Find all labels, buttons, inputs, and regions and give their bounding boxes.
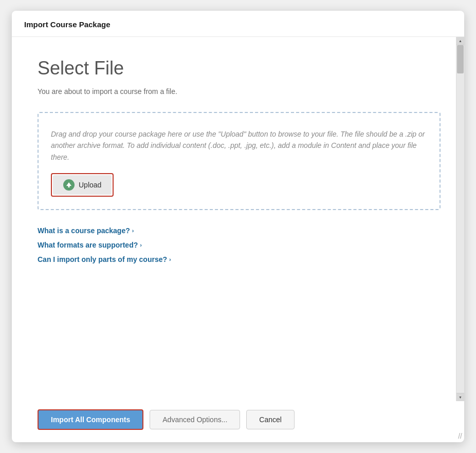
drop-zone-text: Drag and drop your course package here o… [51,128,427,163]
faq-label-1: What is a course package? [38,226,130,235]
scrollbar[interactable]: ▲ ▼ [456,37,464,401]
dialog-footer: Import All Components Advanced Options..… [12,401,464,442]
faq-chevron-1: › [132,228,134,234]
scroll-up-button[interactable]: ▲ [456,37,464,45]
svg-rect-1 [68,186,70,187]
svg-marker-0 [66,182,71,186]
upload-icon [63,179,75,191]
dialog-header: Import Course Package [12,11,464,37]
upload-button-wrapper: Upload [51,173,114,197]
advanced-options-button[interactable]: Advanced Options... [150,410,240,429]
resize-handle: // [458,432,462,440]
upload-button[interactable]: Upload [53,175,112,195]
faq-chevron-3: › [169,256,171,262]
dialog-title: Import Course Package [24,20,111,29]
scroll-down-icon: ▼ [459,395,462,399]
import-dialog: Import Course Package Select File You ar… [12,11,464,442]
scroll-thumb[interactable] [457,45,464,73]
faq-chevron-2: › [140,242,142,248]
scroll-track[interactable] [456,45,464,393]
faq-label-2: What formats are supported? [38,241,138,249]
faq-item-3[interactable]: Can I import only parts of my course? › [38,255,441,263]
section-description: You are about to import a course from a … [38,87,441,96]
file-drop-zone[interactable]: Drag and drop your course package here o… [38,112,441,210]
import-all-button[interactable]: Import All Components [38,409,143,430]
faq-item-1[interactable]: What is a course package? › [38,226,441,235]
upload-button-label: Upload [79,181,101,189]
page-background: Import Course Package Select File You ar… [0,0,476,453]
cancel-button[interactable]: Cancel [246,410,295,429]
dialog-body: Select File You are about to import a co… [12,37,456,401]
faq-item-2[interactable]: What formats are supported? › [38,241,441,249]
scroll-down-button[interactable]: ▼ [456,393,464,401]
faq-label-3: Can I import only parts of my course? [38,255,167,263]
faq-list: What is a course package? › What formats… [38,226,441,263]
scroll-up-icon: ▲ [459,39,462,43]
section-title: Select File [38,58,441,79]
